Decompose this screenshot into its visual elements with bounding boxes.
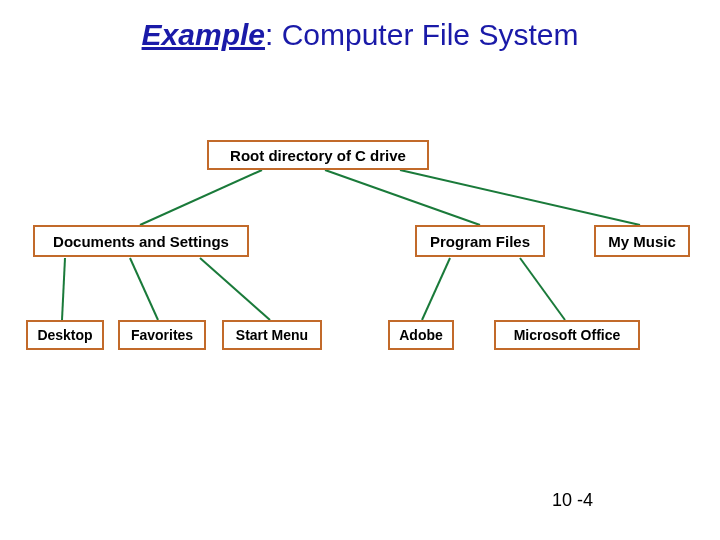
page-number: 10 -4 xyxy=(552,490,593,511)
slide-title: Example: Computer File System xyxy=(0,18,720,52)
node-my-music: My Music xyxy=(594,225,690,257)
svg-line-2 xyxy=(400,170,640,225)
svg-line-0 xyxy=(140,170,262,225)
svg-line-7 xyxy=(520,258,565,320)
svg-line-1 xyxy=(325,170,480,225)
node-program-files: Program Files xyxy=(415,225,545,257)
title-rest: : Computer File System xyxy=(265,18,578,51)
node-microsoft-office: Microsoft Office xyxy=(494,320,640,350)
node-start-menu: Start Menu xyxy=(222,320,322,350)
tree-connectors xyxy=(0,0,720,540)
svg-line-6 xyxy=(422,258,450,320)
svg-line-5 xyxy=(200,258,270,320)
title-emphasis: Example xyxy=(142,18,265,51)
node-favorites: Favorites xyxy=(118,320,206,350)
svg-line-4 xyxy=(130,258,158,320)
node-desktop: Desktop xyxy=(26,320,104,350)
node-documents-and-settings: Documents and Settings xyxy=(33,225,249,257)
node-root: Root directory of C drive xyxy=(207,140,429,170)
node-adobe: Adobe xyxy=(388,320,454,350)
svg-line-3 xyxy=(62,258,65,320)
